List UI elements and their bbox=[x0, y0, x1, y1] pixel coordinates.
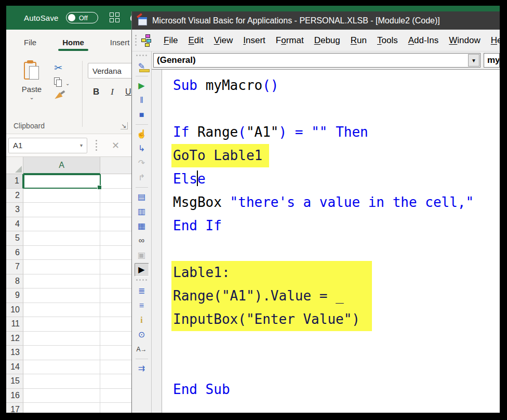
reset-icon[interactable]: ■ bbox=[135, 108, 149, 122]
cell-A13[interactable] bbox=[23, 346, 100, 360]
cell-A7[interactable] bbox=[23, 260, 100, 274]
immediate-window-icon[interactable]: ▥ bbox=[135, 205, 149, 218]
code-line-9[interactable]: Lable1: bbox=[173, 261, 500, 284]
code-line-10[interactable]: Range("A1").Value = _ bbox=[173, 284, 500, 308]
select-all-corner[interactable] bbox=[6, 157, 23, 174]
toolbar-grip[interactable] bbox=[136, 55, 147, 56]
menu-debug[interactable]: Debug bbox=[309, 32, 345, 49]
break-icon[interactable]: ‖ bbox=[135, 94, 149, 107]
menu-help[interactable]: Help bbox=[486, 32, 500, 49]
call-stack-icon[interactable]: ▣ bbox=[135, 248, 149, 262]
vba-titlebar[interactable]: Microsoft Visual Basic for Applications … bbox=[132, 11, 500, 30]
row-header-16[interactable]: 16 bbox=[6, 389, 23, 403]
italic-button[interactable]: I bbox=[111, 87, 114, 97]
row-header-17[interactable]: 17 bbox=[6, 403, 23, 413]
cell-A4[interactable] bbox=[23, 217, 100, 232]
row-header-8[interactable]: 8 bbox=[6, 274, 23, 289]
run-icon[interactable]: ▶ bbox=[135, 79, 149, 93]
copy-chevron-icon[interactable]: ⌄ bbox=[65, 81, 70, 86]
row-header-10[interactable]: 10 bbox=[6, 303, 23, 318]
code-line-3[interactable]: If Range("A1") = "" Then bbox=[173, 121, 500, 144]
menu-insert[interactable]: Insert bbox=[238, 32, 271, 49]
list-properties-icon[interactable]: ≣ bbox=[135, 284, 149, 298]
cell-A16[interactable] bbox=[23, 389, 100, 403]
code-line-1[interactable]: Sub myMacro() bbox=[173, 74, 500, 97]
object-dropdown[interactable]: (General) ▼ bbox=[153, 53, 481, 68]
tab-home[interactable]: Home bbox=[60, 33, 86, 52]
cell-A12[interactable] bbox=[23, 332, 100, 346]
quick-actions-grid-icon[interactable] bbox=[110, 12, 120, 23]
cell-A3[interactable] bbox=[23, 203, 100, 217]
column-header-a[interactable]: A bbox=[23, 157, 100, 174]
indent-icon[interactable]: ⇉ bbox=[135, 362, 149, 375]
row-header-12[interactable]: 12 bbox=[6, 332, 23, 346]
cell-A8[interactable] bbox=[23, 274, 100, 289]
code-editor[interactable]: Sub myMacro()If Range("A1") = "" ThenGoT… bbox=[162, 70, 500, 413]
cell-A9[interactable] bbox=[23, 288, 100, 303]
cancel-entry-icon[interactable]: ✕ bbox=[112, 140, 119, 151]
list-constants-icon[interactable]: ≡ bbox=[135, 299, 149, 312]
menu-run[interactable]: Run bbox=[345, 32, 372, 49]
tab-file[interactable]: File bbox=[22, 33, 38, 52]
row-header-3[interactable]: 3 bbox=[6, 203, 23, 217]
object-dropdown-arrow-icon[interactable]: ▼ bbox=[468, 54, 479, 67]
code-line-11[interactable]: InputBox("Enter Value") bbox=[173, 308, 500, 331]
code-line-6[interactable]: MsgBox "there's a value in the cell," bbox=[173, 191, 500, 214]
procedure-dropdown[interactable]: myM bbox=[484, 53, 500, 68]
name-box-dropdown-icon[interactable]: ▾ bbox=[80, 142, 83, 148]
cell-A10[interactable] bbox=[23, 303, 100, 318]
format-painter-icon[interactable] bbox=[54, 91, 65, 100]
locals-window-icon[interactable]: ▤ bbox=[135, 190, 149, 204]
toolbar-expand-button[interactable]: ▶ bbox=[135, 263, 149, 277]
code-line-5[interactable]: Else bbox=[173, 167, 500, 191]
step-into-icon[interactable]: ↳ bbox=[135, 142, 149, 155]
cell-A17[interactable] bbox=[23, 403, 100, 413]
code-line-14[interactable]: End Sub bbox=[173, 378, 500, 401]
formula-bar-grip[interactable] bbox=[96, 140, 97, 151]
code-line-4[interactable]: GoTo Lable1 bbox=[173, 144, 500, 167]
row-header-15[interactable]: 15 bbox=[6, 374, 23, 389]
code-line-13[interactable] bbox=[173, 355, 500, 378]
toolbar-grip[interactable] bbox=[136, 279, 147, 281]
menubar-grip[interactable] bbox=[135, 35, 137, 46]
row-header-13[interactable]: 13 bbox=[6, 346, 23, 360]
step-over-icon[interactable]: ↷ bbox=[135, 156, 149, 170]
row-header-9[interactable]: 9 bbox=[6, 288, 23, 303]
underline-button[interactable]: U bbox=[125, 87, 131, 97]
row-header-2[interactable]: 2 bbox=[6, 189, 23, 203]
autosave-toggle[interactable]: Off bbox=[66, 12, 98, 23]
menu-format[interactable]: Format bbox=[271, 32, 309, 49]
cell-A11[interactable] bbox=[23, 317, 100, 332]
bold-button[interactable]: B bbox=[93, 87, 99, 97]
row-header-14[interactable]: 14 bbox=[6, 360, 23, 375]
toggle-breakpoint-icon[interactable]: ☝ bbox=[135, 127, 149, 141]
complete-word-icon[interactable]: A→ bbox=[135, 343, 149, 356]
cell-A6[interactable] bbox=[23, 246, 100, 260]
row-header-1[interactable]: 1 bbox=[6, 174, 23, 189]
cell-A1[interactable] bbox=[23, 174, 100, 189]
row-header-11[interactable]: 11 bbox=[6, 317, 23, 332]
code-line-2[interactable] bbox=[173, 97, 500, 121]
row-header-4[interactable]: 4 bbox=[6, 217, 23, 232]
menu-tools[interactable]: Tools bbox=[372, 32, 403, 49]
name-box[interactable]: A1 ▾ bbox=[8, 138, 87, 153]
code-line-8[interactable] bbox=[173, 238, 500, 261]
quick-info-icon[interactable]: i bbox=[135, 313, 149, 327]
row-header-5[interactable]: 5 bbox=[6, 231, 23, 246]
cut-icon[interactable]: ✂ bbox=[54, 63, 62, 73]
cell-A5[interactable] bbox=[23, 231, 100, 246]
menu-edit[interactable]: Edit bbox=[183, 32, 208, 49]
watch-window-icon[interactable]: ▦ bbox=[135, 219, 149, 233]
menu-view[interactable]: View bbox=[209, 32, 238, 49]
design-mode-icon[interactable]: ✎ bbox=[135, 60, 149, 73]
row-header-7[interactable]: 7 bbox=[6, 260, 23, 274]
paste-chevron-icon[interactable]: ⌄ bbox=[29, 94, 34, 101]
menu-window[interactable]: Window bbox=[444, 32, 485, 49]
code-line-12[interactable] bbox=[173, 331, 500, 355]
dialog-launcher-icon[interactable]: ↘ bbox=[121, 122, 128, 129]
step-out-icon[interactable]: ↱ bbox=[135, 171, 149, 185]
code-line-7[interactable]: End If bbox=[173, 214, 500, 238]
tab-insert[interactable]: Insert bbox=[108, 33, 132, 52]
cell-A14[interactable] bbox=[23, 360, 100, 375]
cell-A15[interactable] bbox=[23, 374, 100, 389]
